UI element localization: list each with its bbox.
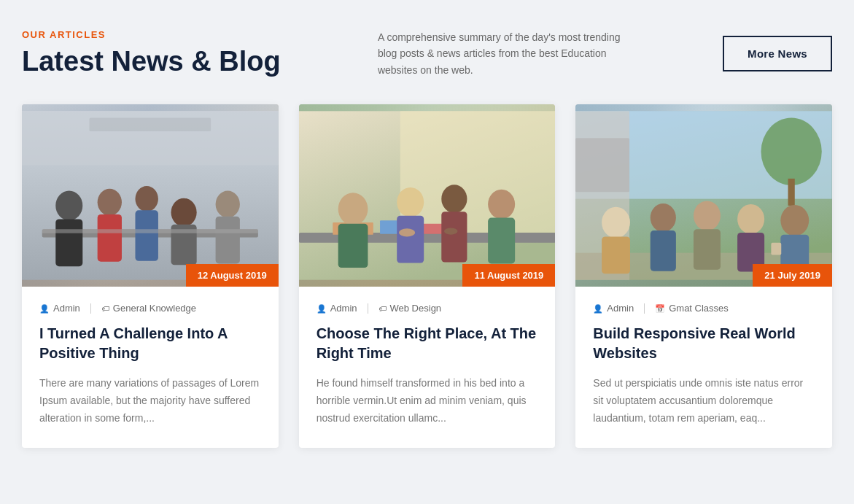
svg-rect-6	[55, 220, 82, 267]
card-meta-2: Admin Web Design	[317, 303, 538, 314]
card-body-3: Admin Gmat Classes Build Responsive Real…	[575, 287, 832, 447]
card-title-3[interactable]: Build Responsive Real World Websites	[593, 324, 815, 363]
svg-rect-23	[338, 224, 368, 268]
svg-point-30	[399, 229, 415, 237]
meta-divider-1	[90, 303, 91, 314]
card-author-1: Admin	[39, 303, 80, 314]
svg-rect-42	[651, 230, 676, 271]
svg-rect-37	[788, 179, 795, 206]
svg-point-5	[55, 191, 82, 221]
card-body-2: Admin Web Design Choose The Right Place,…	[299, 287, 556, 447]
svg-point-7	[98, 189, 122, 216]
card-body-1: Admin General Knowledge I Turned A Chall…	[22, 287, 279, 447]
section-title: Latest News & Blog	[22, 46, 281, 78]
svg-point-43	[694, 201, 721, 231]
svg-rect-35	[575, 139, 629, 193]
svg-rect-49	[772, 243, 782, 255]
svg-point-11	[171, 198, 197, 227]
card-image-1: 12 August 2019	[22, 104, 279, 287]
meta-divider-3	[644, 303, 645, 314]
svg-rect-3	[90, 118, 211, 132]
section-label: OUR ARTICLES	[22, 29, 281, 40]
svg-point-36	[761, 118, 822, 186]
svg-rect-15	[42, 229, 258, 233]
svg-rect-44	[694, 229, 721, 270]
card-meta-3: Admin Gmat Classes	[593, 303, 815, 314]
svg-point-26	[441, 185, 467, 213]
card-category-1: General Knowledge	[101, 303, 196, 314]
section-header-left: OUR ARTICLES Latest News & Blog	[22, 29, 281, 78]
svg-rect-8	[98, 214, 122, 262]
user-icon-2	[317, 303, 327, 314]
more-news-button[interactable]: More News	[723, 36, 832, 71]
svg-point-28	[488, 190, 515, 220]
card-author-2: Admin	[317, 303, 357, 314]
svg-point-47	[781, 205, 810, 236]
cards-grid: 12 August 2019 Admin General Knowledge I…	[22, 104, 832, 447]
svg-rect-27	[441, 212, 467, 262]
card-image-3: 21 July 2019	[575, 104, 832, 287]
tag-icon-2	[379, 303, 387, 314]
card-title-1[interactable]: I Turned A Challenge Into A Positive Thi…	[39, 324, 261, 363]
svg-rect-17	[400, 111, 555, 233]
articles-section: OUR ARTICLES Latest News & Blog A compre…	[0, 0, 854, 492]
svg-rect-14	[216, 217, 240, 264]
svg-point-22	[338, 193, 368, 225]
user-icon-3	[593, 303, 603, 314]
card-category-2: Web Design	[379, 303, 442, 314]
svg-rect-29	[488, 218, 515, 264]
card-date-2: 11 August 2019	[462, 264, 555, 287]
svg-point-41	[651, 203, 676, 232]
section-description: A comprehensive summary of the day's mos…	[378, 29, 626, 78]
section-header: OUR ARTICLES Latest News & Blog A compre…	[22, 29, 832, 78]
card-excerpt-1: There are many variations of passages of…	[39, 375, 261, 427]
svg-point-24	[397, 187, 424, 217]
card-category-3: Gmat Classes	[655, 303, 729, 314]
svg-rect-25	[397, 216, 424, 263]
card-date-1: 12 August 2019	[186, 264, 279, 287]
svg-point-9	[135, 186, 158, 212]
article-card-2: 11 August 2019 Admin Web Design Choose T…	[299, 104, 556, 447]
card-meta-1: Admin General Knowledge	[39, 303, 261, 314]
user-icon-1	[39, 303, 50, 314]
card-author-3: Admin	[593, 303, 634, 314]
svg-rect-10	[135, 211, 158, 261]
tag-icon-1	[101, 303, 109, 314]
card-excerpt-3: Sed ut perspiciatis unde omnis iste natu…	[593, 375, 815, 427]
meta-divider-2	[368, 303, 368, 314]
card-date-3: 21 July 2019	[753, 264, 832, 287]
card-title-2[interactable]: Choose The Right Place, At The Right Tim…	[317, 324, 538, 363]
svg-point-31	[444, 228, 458, 235]
svg-rect-40	[602, 237, 630, 274]
calendar-icon-3	[655, 303, 665, 314]
article-card-3: 21 July 2019 Admin Gmat Classes Build Re…	[575, 104, 832, 447]
article-card-1: 12 August 2019 Admin General Knowledge I…	[22, 104, 279, 447]
svg-point-45	[737, 204, 764, 234]
card-excerpt-2: He found himself transformed in his bed …	[317, 375, 538, 427]
card-image-2: 11 August 2019	[299, 104, 556, 287]
svg-point-13	[216, 191, 240, 218]
svg-point-39	[602, 207, 630, 239]
